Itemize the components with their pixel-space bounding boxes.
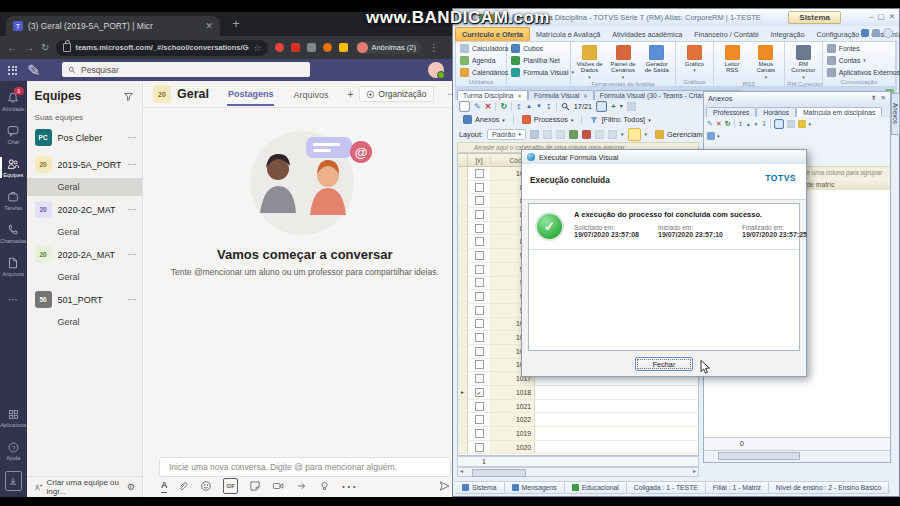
send-icon[interactable] bbox=[438, 480, 451, 492]
anexos-side-tab[interactable]: Anexos bbox=[891, 93, 900, 135]
row-check-cell[interactable] bbox=[468, 277, 491, 290]
row-checkbox[interactable] bbox=[475, 333, 484, 342]
new-chat-icon[interactable] bbox=[27, 61, 40, 80]
scroll-left-icon[interactable] bbox=[460, 467, 463, 474]
edit-icon[interactable] bbox=[707, 120, 713, 128]
row-checkbox[interactable] bbox=[475, 169, 484, 178]
ribbon-tab[interactable]: Configuração bbox=[811, 28, 866, 41]
layout-select[interactable]: Padrão bbox=[487, 129, 526, 140]
panel-close-icon[interactable] bbox=[881, 94, 886, 102]
table-row[interactable]: 1022 bbox=[458, 413, 698, 427]
delete-icon[interactable] bbox=[716, 120, 722, 128]
minimize-button[interactable] bbox=[869, 12, 873, 21]
row-check-cell[interactable] bbox=[468, 372, 491, 385]
sidebar-item-tarefas[interactable]: Tarefas bbox=[0, 184, 27, 217]
row-checkbox[interactable] bbox=[475, 347, 484, 356]
grid-horizontal-scrollbar[interactable] bbox=[457, 467, 699, 477]
filtro-button[interactable]: [Filtro: Todos] bbox=[586, 114, 654, 125]
channel-item[interactable]: Geral bbox=[27, 223, 142, 241]
ribbon-button[interactable]: RM Conector bbox=[787, 43, 820, 80]
row-checkbox[interactable] bbox=[475, 224, 484, 233]
anexos-button[interactable]: Anexos bbox=[459, 114, 509, 125]
team-item[interactable]: 20 2019-5A_PORT bbox=[27, 151, 142, 178]
app-launcher-icon[interactable] bbox=[8, 66, 17, 75]
layout-icon[interactable] bbox=[608, 130, 617, 139]
filter-icon[interactable] bbox=[707, 132, 715, 140]
row-checkbox[interactable] bbox=[475, 415, 484, 424]
anexos-tab[interactable]: Professores bbox=[706, 107, 756, 117]
scroll-right-icon[interactable] bbox=[693, 467, 696, 474]
row-checkbox[interactable] bbox=[475, 360, 484, 369]
ribbon-button[interactable]: Calendários bbox=[458, 68, 504, 77]
find-icon[interactable] bbox=[561, 102, 570, 111]
forward-button[interactable] bbox=[24, 42, 34, 53]
dialog-titlebar[interactable]: Executar Fórmula Visual bbox=[522, 150, 806, 165]
tab-close-icon[interactable] bbox=[205, 21, 213, 31]
ribbon-button[interactable]: Gerador de Saída bbox=[640, 43, 673, 80]
team-item[interactable]: 20 2020-2C_MAT bbox=[27, 196, 142, 223]
prev-icon[interactable] bbox=[746, 121, 751, 127]
team-more-icon[interactable] bbox=[127, 205, 136, 214]
row-check-cell[interactable] bbox=[468, 427, 491, 440]
document-tab[interactable]: Turma Disciplina bbox=[457, 90, 528, 100]
layout-icon[interactable] bbox=[543, 130, 552, 139]
table-row[interactable]: 1019 bbox=[458, 427, 698, 441]
ribbon-tab[interactable]: Integração bbox=[765, 28, 811, 41]
ribbon-button[interactable]: Aplicativos Externos bbox=[825, 68, 893, 77]
row-check-cell[interactable] bbox=[468, 222, 491, 235]
close-button[interactable] bbox=[889, 12, 895, 21]
last-icon[interactable] bbox=[762, 120, 767, 127]
row-checkbox[interactable] bbox=[475, 237, 484, 246]
fechar-button[interactable]: Fechar bbox=[635, 357, 693, 371]
stream-arrow-icon[interactable] bbox=[296, 480, 308, 492]
row-check-cell[interactable] bbox=[468, 318, 491, 331]
last-record-icon[interactable] bbox=[546, 102, 552, 111]
extension-icon[interactable] bbox=[307, 43, 316, 52]
bookmark-star-icon[interactable] bbox=[253, 43, 261, 53]
search-input[interactable]: Pesquisar bbox=[62, 62, 310, 77]
sistema-tab[interactable]: Sistema bbox=[788, 11, 841, 24]
grid-icon[interactable] bbox=[774, 119, 784, 129]
row-checkbox[interactable] bbox=[475, 443, 484, 452]
row-check-cell[interactable] bbox=[468, 194, 491, 207]
table-row[interactable]: 1021 bbox=[458, 400, 698, 414]
sync-icon[interactable] bbox=[861, 29, 869, 37]
channel-item[interactable]: Geral bbox=[27, 268, 142, 286]
dropdown-icon[interactable] bbox=[621, 131, 624, 137]
sticker-icon[interactable] bbox=[249, 480, 261, 492]
tools-icon[interactable] bbox=[798, 120, 806, 128]
browser-profile-chip[interactable]: Anônimas (2) bbox=[355, 41, 422, 54]
ribbon-button[interactable]: Cubos bbox=[509, 44, 568, 53]
pin-icon[interactable] bbox=[871, 94, 876, 102]
refresh-icon[interactable] bbox=[500, 102, 507, 111]
style-icon[interactable] bbox=[872, 29, 880, 37]
tab-close-icon[interactable] bbox=[583, 93, 588, 99]
sidebar-item-more[interactable] bbox=[0, 283, 27, 316]
row-checkbox[interactable] bbox=[475, 429, 484, 438]
organizacao-button[interactable]: Organização bbox=[359, 86, 433, 102]
ribbon-button[interactable]: Meus Canais bbox=[749, 43, 782, 80]
row-check-cell[interactable] bbox=[468, 400, 491, 413]
reload-button[interactable] bbox=[41, 42, 49, 53]
help-icon[interactable] bbox=[883, 28, 893, 38]
scrollbar-thumb[interactable] bbox=[472, 469, 526, 477]
maximize-button[interactable] bbox=[878, 12, 885, 21]
dropdown-icon[interactable] bbox=[620, 102, 623, 111]
new-tab-button[interactable] bbox=[228, 16, 244, 31]
ribbon-tab[interactable]: Currículo e Oferta bbox=[455, 27, 530, 41]
delete-record-icon[interactable] bbox=[485, 102, 492, 111]
lightbulb-icon[interactable] bbox=[319, 480, 330, 492]
row-check-cell[interactable] bbox=[468, 413, 491, 426]
team-more-icon[interactable] bbox=[127, 133, 136, 142]
sidebar-item-arquivos[interactable]: Arquivos bbox=[0, 250, 27, 283]
layout-icon[interactable] bbox=[595, 130, 604, 139]
address-bar[interactable]: teams.microsoft.com/_#/school/conversati… bbox=[56, 40, 268, 56]
tab-close-icon[interactable] bbox=[517, 93, 522, 99]
compose-input[interactable]: Inicie uma nova conversa. Digite @ para … bbox=[159, 457, 451, 477]
meet-camera-icon[interactable] bbox=[272, 480, 285, 492]
sidebar-item-atividade[interactable]: 3 Atividade bbox=[0, 85, 27, 118]
add-icon[interactable] bbox=[611, 102, 616, 111]
row-check-cell[interactable] bbox=[468, 345, 491, 358]
row-check-cell[interactable] bbox=[468, 249, 491, 262]
browser-tab[interactable]: T (3) Geral (2019-5A_PORT) | Micr bbox=[6, 16, 220, 36]
